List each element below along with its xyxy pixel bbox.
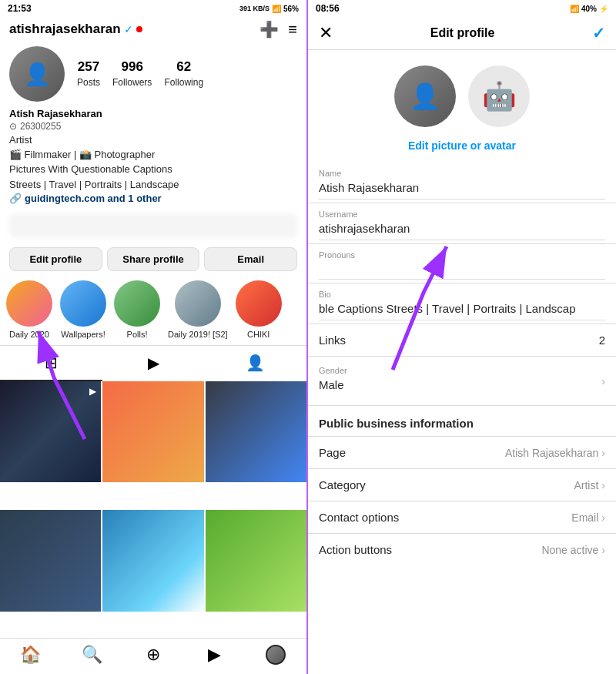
username-label: atishrajasekharan xyxy=(9,22,121,37)
tab-grid[interactable]: ⊞ xyxy=(0,346,102,381)
nav-profile[interactable] xyxy=(245,645,306,665)
category-value: Artist › xyxy=(574,479,605,491)
username-field: Username atishrajasekharan xyxy=(308,203,616,244)
grid-cell-1[interactable]: ▶ xyxy=(0,381,101,482)
highlight-label-3: Polls! xyxy=(127,330,148,339)
professional-card xyxy=(9,213,297,238)
add-post-icon[interactable]: ➕ xyxy=(259,20,279,39)
page-value: Atish Rajasekharan › xyxy=(505,447,605,459)
home-icon: 🏠 xyxy=(20,645,41,665)
email-button[interactable]: Email xyxy=(204,247,297,271)
followers-label: Followers xyxy=(112,77,152,88)
highlight-circle-2 xyxy=(60,280,106,327)
links-count: 2 xyxy=(599,334,605,347)
tagged-icon: 👤 xyxy=(246,354,265,372)
right-battery-text: 40% xyxy=(581,5,597,13)
right-status-icons: 📶 40% ⚡ xyxy=(570,5,608,13)
highlight-2[interactable]: Wallpapers! xyxy=(60,280,106,339)
grid-cell-6[interactable] xyxy=(206,510,306,611)
left-status-icons: 391 KB/S 📶 56% xyxy=(239,5,299,13)
edit-picture-link[interactable]: Edit picture or avatar xyxy=(308,135,616,163)
grid-cell-2[interactable] xyxy=(102,381,203,482)
share-profile-button[interactable]: Share profile xyxy=(107,247,200,271)
contact-options-row[interactable]: Contact options Email › xyxy=(308,501,616,533)
grid-cell-5[interactable] xyxy=(102,510,203,611)
nav-reels[interactable]: ▶ xyxy=(184,645,246,665)
avatar-edit-avatar[interactable]: 🤖 xyxy=(468,65,530,127)
edit-header: ✕ Edit profile ✓ xyxy=(308,17,616,50)
nav-search[interactable]: 🔍 xyxy=(62,645,123,665)
highlight-circle-4 xyxy=(175,280,221,327)
verified-icon: ✓ xyxy=(124,23,133,35)
action-buttons-label: Action buttons xyxy=(319,543,392,556)
action-buttons-row[interactable]: Action buttons None active › xyxy=(308,533,616,565)
edit-profile-button[interactable]: Edit profile xyxy=(9,247,102,271)
bottom-nav: 🏠 🔍 ⊕ ▶ xyxy=(0,638,306,674)
avatar-edit-main[interactable]: 👤 xyxy=(394,65,456,127)
highlight-circle-5 xyxy=(236,280,282,327)
left-time: 21:53 xyxy=(8,3,32,14)
action-buttons: Edit profile Share profile Email xyxy=(0,243,306,276)
page-row[interactable]: Page Atish Rajasekharan › xyxy=(308,436,616,468)
bio-value[interactable]: ble Captions Streets | Travel | Portrait… xyxy=(319,300,605,320)
posts-count: 257 xyxy=(77,59,100,75)
bio-line3: Streets | Travel | Portraits | Landscape xyxy=(9,178,297,192)
highlight-1[interactable]: Daily 2020 xyxy=(6,280,52,339)
contact-options-label: Contact options xyxy=(319,511,399,524)
menu-icon[interactable]: ≡ xyxy=(288,21,297,39)
avatar-icon: 🤖 xyxy=(482,80,517,112)
edit-title: Edit profile xyxy=(430,26,495,40)
avatar: 👤 xyxy=(9,46,65,102)
followers-stat[interactable]: 996 Followers xyxy=(112,59,152,89)
gender-chevron-icon: › xyxy=(601,375,605,387)
highlight-5[interactable]: CHIKI xyxy=(236,280,282,339)
save-button[interactable]: ✓ xyxy=(592,24,605,42)
grid-icon: ⊞ xyxy=(45,354,58,372)
header-icons: ➕ ≡ xyxy=(259,20,297,39)
threads-icon: ⊙ xyxy=(9,121,17,132)
page-chevron-icon: › xyxy=(601,447,605,459)
right-battery-charging-icon: ⚡ xyxy=(599,5,608,13)
nav-avatar xyxy=(266,645,286,665)
bio-category: Artist xyxy=(9,133,297,147)
tab-reels[interactable]: ▶ xyxy=(102,346,205,381)
bio-line2: Pictures With Questionable Captions xyxy=(9,163,297,176)
highlight-3[interactable]: Polls! xyxy=(114,280,160,339)
highlight-4[interactable]: Daily 2019! [S2] xyxy=(168,280,228,339)
links-row[interactable]: Links 2 xyxy=(308,324,616,357)
posts-stat[interactable]: 257 Posts xyxy=(77,59,100,89)
stats-row: 257 Posts 996 Followers 62 Following xyxy=(77,59,203,89)
gender-row[interactable]: Gender Male › xyxy=(308,357,616,406)
links-label: Links xyxy=(319,334,346,347)
grid-cell-3[interactable] xyxy=(206,381,306,482)
avatar-edit-section: 👤 🤖 xyxy=(308,50,616,135)
name-label: Name xyxy=(319,169,605,178)
nav-home[interactable]: 🏠 xyxy=(0,645,62,665)
highlight-label-4: Daily 2019! [S2] xyxy=(168,330,228,339)
right-status-bar: 08:56 📶 40% ⚡ xyxy=(308,0,616,17)
nav-add[interactable]: ⊕ xyxy=(122,645,184,665)
grid-cell-4[interactable] xyxy=(0,510,101,611)
name-value[interactable]: Atish Rajasekharan xyxy=(319,179,605,200)
username-label-field: Username xyxy=(319,210,605,219)
close-button[interactable]: ✕ xyxy=(319,23,333,43)
pronouns-value[interactable] xyxy=(319,261,605,280)
public-business-header: Public business information xyxy=(308,406,616,436)
left-panel: 21:53 391 KB/S 📶 56% atishrajasekharan ✓… xyxy=(0,0,308,674)
tab-tagged[interactable]: 👤 xyxy=(204,346,306,381)
username-row: atishrajasekharan ✓ xyxy=(9,22,142,37)
notification-dot xyxy=(136,26,142,32)
username-value[interactable]: atishrajasekharan xyxy=(319,220,605,240)
bio-section: Atish Rajasekharan ⊙ 26300255 Artist 🎬 F… xyxy=(0,105,306,209)
category-row[interactable]: Category Artist › xyxy=(308,468,616,501)
bio-field: Bio ble Captions Streets | Travel | Port… xyxy=(308,283,616,324)
right-time: 08:56 xyxy=(316,3,340,14)
add-icon: ⊕ xyxy=(146,645,160,665)
right-panel: 08:56 📶 40% ⚡ ✕ Edit profile ✓ 👤 🤖 Edit … xyxy=(308,0,616,674)
following-stat[interactable]: 62 Following xyxy=(164,59,203,89)
contact-options-value: Email › xyxy=(571,511,605,524)
bio-link[interactable]: guidingtech.com and 1 other xyxy=(25,193,162,204)
signal-text: 391 KB/S xyxy=(239,5,270,12)
bio-link-row: 🔗 guidingtech.com and 1 other xyxy=(9,193,297,204)
reels-nav-icon: ▶ xyxy=(208,645,221,665)
